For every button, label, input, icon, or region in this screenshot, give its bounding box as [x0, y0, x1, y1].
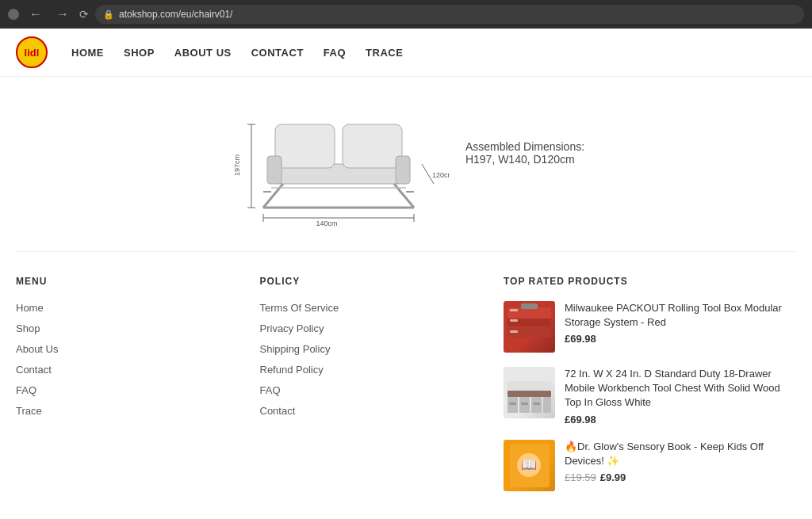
footer-link-privacy[interactable]: Privacy Policy	[260, 322, 324, 334]
url-text: atokshop.com/eu/chairv01/	[119, 9, 232, 20]
product-info-2: 72 In. W X 24 In. D Standard Duty 18-Dra…	[565, 367, 796, 426]
assembled-dimensions-value: H197, W140, D120cm	[465, 153, 584, 166]
chair-diagram: 197cm 140cm 120cm	[228, 93, 450, 227]
nav-trace[interactable]: TRACE	[366, 47, 403, 59]
product-item-3: 📖 🔥Dr. Glow's Sensory Book - Keep Kids O…	[504, 440, 796, 491]
lock-icon: 🔒	[103, 10, 114, 20]
svg-rect-28	[508, 391, 551, 397]
footer-link-faq[interactable]: FAQ	[16, 384, 36, 396]
footer-link-about-us[interactable]: About Us	[16, 343, 58, 355]
product-thumb-1	[504, 301, 555, 353]
product-name-3: 🔥Dr. Glow's Sensory Book - Keep Kids Off…	[565, 440, 796, 468]
footer-link-terms[interactable]: Terms Of Service	[260, 302, 339, 314]
svg-rect-34	[521, 403, 528, 405]
footer-policy-col: POLICY Terms Of Service Privacy Policy S…	[260, 276, 504, 506]
footer-link-shop[interactable]: Shop	[16, 322, 40, 334]
footer: MENU Home Shop About Us Contact FAQ Trac…	[16, 251, 796, 519]
footer-menu-col: MENU Home Shop About Us Contact FAQ Trac…	[16, 276, 260, 506]
main-content: 197cm 140cm 120cm Assembled Dimensions: …	[0, 77, 812, 519]
svg-rect-24	[521, 303, 538, 309]
product-price-2: £69.98	[565, 414, 796, 426]
policy-links: Terms Of Service Privacy Policy Shipping…	[260, 301, 504, 417]
svg-text:140cm: 140cm	[316, 219, 337, 227]
svg-rect-36	[508, 381, 551, 391]
policy-col-title: POLICY	[260, 276, 504, 287]
dimensions-block: Assembled Dimensions: H197, W140, D120cm	[465, 93, 584, 227]
nav-faq[interactable]: FAQ	[324, 47, 346, 59]
svg-text:120cm: 120cm	[432, 171, 450, 179]
product-info-1: Milwaukee PACKOUT Rolling Tool Box Modul…	[565, 301, 796, 345]
nav-shop[interactable]: SHOP	[124, 47, 155, 59]
footer-link-refund[interactable]: Refund Policy	[260, 364, 324, 376]
browser-forward-btn[interactable]: →	[52, 6, 73, 23]
product-thumb-3: 📖	[504, 440, 555, 491]
footer-link-home[interactable]: Home	[16, 302, 44, 314]
footer-link-contact-policy[interactable]: Contact	[260, 405, 296, 417]
svg-rect-35	[533, 403, 540, 405]
product-info-3: 🔥Dr. Glow's Sensory Book - Keep Kids Off…	[565, 440, 796, 483]
svg-text:197cm: 197cm	[233, 155, 241, 176]
svg-rect-26	[510, 319, 518, 322]
svg-text:📖: 📖	[521, 457, 537, 472]
product-old-price-3: £19.59	[565, 471, 596, 483]
browser-url-bar[interactable]: 🔒 atokshop.com/eu/chairv01/	[95, 5, 804, 24]
product-name-2: 72 In. W X 24 In. D Standard Duty 18-Dra…	[565, 367, 796, 410]
product-item-1: Milwaukee PACKOUT Rolling Tool Box Modul…	[504, 301, 796, 353]
browser-close-btn	[8, 9, 19, 20]
svg-rect-32	[543, 397, 551, 413]
svg-rect-3	[267, 156, 282, 184]
product-price-1: £69.98	[565, 333, 796, 345]
nav-about-us[interactable]: ABOUT US	[174, 47, 232, 59]
logo-text: lidl	[25, 47, 40, 59]
product-name-1: Milwaukee PACKOUT Rolling Tool Box Modul…	[565, 301, 796, 330]
site-logo[interactable]: lidl	[16, 36, 48, 68]
footer-link-faq-policy[interactable]: FAQ	[260, 384, 281, 396]
menu-col-title: MENU	[16, 276, 260, 287]
svg-rect-1	[275, 124, 335, 168]
svg-rect-25	[510, 309, 518, 311]
chair-svg: 197cm 140cm 120cm	[228, 93, 450, 227]
product-item-2: 72 In. W X 24 In. D Standard Duty 18-Dra…	[504, 367, 796, 426]
footer-top-rated-col: TOP RATED PRODUCTS Milwaukee PACKOU	[504, 276, 796, 506]
svg-rect-2	[343, 124, 402, 168]
svg-rect-27	[510, 330, 518, 333]
main-nav: HOME SHOP ABOUT US CONTACT FAQ TRACE	[71, 46, 403, 59]
top-rated-col-title: TOP RATED PRODUCTS	[504, 276, 796, 287]
svg-rect-4	[396, 156, 410, 184]
browser-refresh-btn[interactable]: ⟳	[79, 8, 89, 21]
footer-link-trace[interactable]: Trace	[16, 405, 42, 417]
nav-contact[interactable]: CONTACT	[251, 47, 304, 59]
menu-links: Home Shop About Us Contact FAQ Trace	[16, 301, 260, 417]
footer-link-shipping[interactable]: Shipping Policy	[260, 343, 331, 355]
svg-rect-33	[509, 403, 516, 405]
footer-link-contact[interactable]: Contact	[16, 364, 52, 376]
site-header: lidl HOME SHOP ABOUT US CONTACT FAQ TRAC…	[0, 29, 812, 77]
product-image-section: 197cm 140cm 120cm Assembled Dimensions: …	[16, 77, 796, 251]
product-price-3: £19.59£9.99	[565, 471, 796, 483]
browser-chrome: ← → ⟳ 🔒 atokshop.com/eu/chairv01/	[0, 0, 812, 29]
product-sale-price-3: £9.99	[600, 471, 626, 483]
assembled-dimensions-label: Assembled Dimensions:	[465, 140, 584, 153]
browser-back-btn[interactable]: ←	[25, 6, 46, 23]
nav-home[interactable]: HOME	[71, 47, 104, 59]
product-thumb-2	[504, 367, 555, 418]
